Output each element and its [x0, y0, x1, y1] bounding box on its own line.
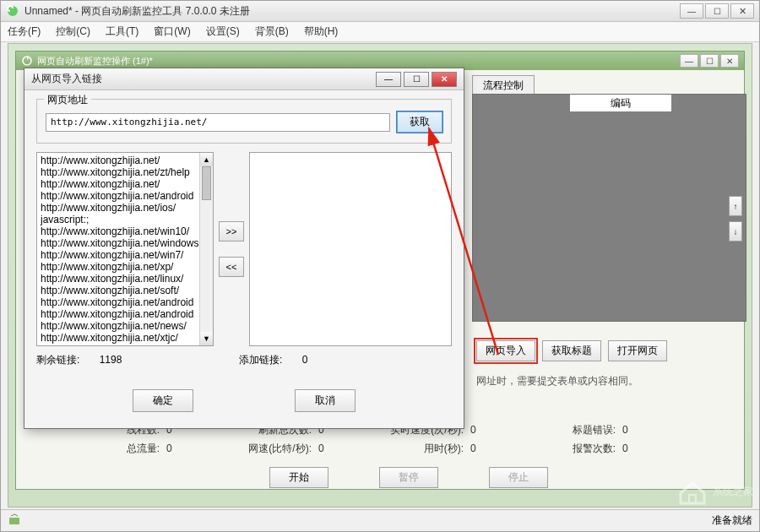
ok-button[interactable]: 确定	[133, 389, 193, 412]
stat-alarm-label: 报警次数:	[540, 442, 616, 456]
menu-task[interactable]: 任务(F)	[8, 24, 41, 39]
list-item[interactable]: http://www.xitongzhijia.net/zt/help	[41, 166, 209, 178]
menu-window[interactable]: 窗口(W)	[154, 24, 190, 39]
tab-row: 流程控制	[472, 75, 535, 94]
stat-traffic-label: 总流量:	[84, 442, 160, 456]
child-maximize-button[interactable]: ☐	[700, 54, 719, 68]
stat-title-error-label: 标题错误:	[540, 423, 616, 437]
dialog-buttons: 确定 取消	[36, 389, 452, 412]
scroll-down-button[interactable]: ↓	[729, 221, 742, 242]
dialog-window-buttons: — ☐ ✕	[376, 72, 457, 87]
child-minimize-button[interactable]: —	[680, 54, 698, 68]
cancel-button[interactable]: 取消	[295, 389, 356, 412]
transfer-buttons: >> <<	[219, 221, 244, 277]
dialog-close-button[interactable]: ✕	[432, 72, 457, 87]
source-links-listbox[interactable]: http://www.xitongzhijia.net/http://www.x…	[36, 152, 214, 346]
close-button[interactable]: ✕	[730, 3, 754, 19]
main-titlebar: Unnamed* - 网页自动刷新监控工具 7.0.0.0 未注册 — ☐ ✕	[1, 1, 759, 22]
svg-rect-2	[9, 518, 19, 524]
status-icon	[8, 513, 21, 529]
stat-title-error-val: 0	[622, 424, 628, 436]
minimize-button[interactable]: —	[680, 3, 703, 19]
maximize-button[interactable]: ☐	[705, 3, 729, 19]
lists-row: http://www.xitongzhijia.net/http://www.x…	[36, 152, 452, 346]
stats-row-2: 总流量:0 网速(比特/秒):0 用时(秒):0 报警次数:0	[84, 442, 692, 459]
dialog-maximize-button[interactable]: ☐	[404, 72, 429, 87]
list-item[interactable]: http://www.xitongzhijia.net/win10/	[41, 225, 209, 237]
menu-background[interactable]: 背景(B)	[255, 24, 289, 39]
list-item[interactable]: http://www.xitongzhijia.net/news/	[41, 320, 209, 332]
tab-flow-control[interactable]: 流程控制	[472, 75, 535, 94]
fetch-button[interactable]: 获取	[397, 111, 442, 133]
target-links-listbox[interactable]	[249, 152, 452, 346]
main-window-buttons: — ☐ ✕	[680, 3, 754, 19]
add-label: 添加链接:	[239, 354, 282, 366]
status-text: 准备就绪	[712, 513, 752, 528]
menu-control[interactable]: 控制(C)	[56, 24, 90, 39]
web-import-button[interactable]: 网页导入	[476, 340, 535, 361]
list-item[interactable]: http://www.xitongzhijia.net/win7/	[41, 249, 209, 261]
list-item[interactable]: http://www.xitongzhijia.net/android	[41, 190, 209, 202]
hint-text: 网址时，需要提交表单或内容相同。	[476, 374, 638, 388]
scroll-thumb[interactable]	[202, 166, 211, 200]
dialog-minimize-button[interactable]: —	[376, 72, 401, 87]
list-item[interactable]: http://www.xitongzhijia.net/xp/	[41, 261, 209, 273]
control-buttons: 开始 暂停 停止	[269, 467, 548, 488]
stat-time-label: 用时(秒):	[388, 442, 464, 456]
stat-netspeed-label: 网速(比特/秒):	[236, 442, 312, 456]
menu-settings[interactable]: 设置(S)	[206, 24, 240, 39]
list-item[interactable]: http://www.xitongzhijia.net/soft/	[41, 285, 209, 296]
url-input[interactable]	[46, 113, 390, 132]
move-right-button[interactable]: >>	[219, 221, 244, 242]
remain-count: 1198	[100, 354, 122, 366]
pause-button[interactable]: 暂停	[379, 467, 438, 488]
get-title-button[interactable]: 获取标题	[542, 340, 601, 361]
start-button[interactable]: 开始	[269, 467, 328, 488]
child-title: 网页自动刷新监控操作 (1#)*	[37, 55, 680, 68]
dialog-title: 从网页导入链接	[31, 72, 376, 86]
open-web-button[interactable]: 打开网页	[608, 340, 667, 361]
import-links-dialog: 从网页导入链接 — ☐ ✕ 网页地址 获取 http://www.xitongz…	[24, 68, 464, 429]
list-item[interactable]: http://www.xitongzhijia.net/xtjc/	[41, 344, 209, 346]
dialog-titlebar[interactable]: 从网页导入链接 — ☐ ✕	[24, 68, 464, 90]
remain-label: 剩余链接:	[36, 354, 79, 366]
scroll-up-icon[interactable]: ▲	[200, 153, 213, 166]
add-count: 0	[302, 354, 308, 366]
list-item[interactable]: http://www.xitongzhijia.net/	[41, 178, 209, 190]
stat-netspeed-val: 0	[318, 442, 324, 454]
child-close-button[interactable]: ✕	[720, 54, 739, 68]
list-item[interactable]: javascript:;	[41, 214, 209, 225]
stop-button[interactable]: 停止	[489, 467, 548, 488]
watermark-text: 系统之家	[713, 485, 753, 499]
stat-traffic-val: 0	[166, 442, 172, 454]
watermark: 系统之家	[677, 476, 753, 507]
scroll-up-button[interactable]: ↑	[729, 196, 742, 216]
list-item[interactable]: http://www.xitongzhijia.net/windows	[41, 237, 209, 249]
list-item[interactable]: http://www.xitongzhijia.net/	[41, 155, 209, 166]
dialog-body: 网页地址 获取 http://www.xitongzhijia.net/http…	[24, 90, 464, 421]
stat-time-val: 0	[470, 442, 476, 454]
listbox-scrollbar[interactable]: ▲ ▼	[199, 153, 213, 345]
refresh-icon	[21, 55, 33, 67]
action-buttons: 网页导入 获取标题 打开网页	[476, 340, 667, 361]
encoding-header: 编码	[570, 95, 671, 111]
url-group: 网页地址 获取	[36, 99, 452, 144]
list-item[interactable]: http://www.xitongzhijia.net/android	[41, 296, 209, 308]
list-item[interactable]: http://www.xitongzhijia.net/ios/	[41, 202, 209, 214]
preview-panel: 编码 ↑ ↓	[472, 94, 746, 322]
app-icon	[6, 4, 19, 18]
stat-alarm-val: 0	[622, 442, 628, 454]
main-title: Unnamed* - 网页自动刷新监控工具 7.0.0.0 未注册	[24, 4, 680, 19]
menu-tools[interactable]: 工具(T)	[106, 24, 138, 39]
child-window-buttons: — ☐ ✕	[680, 54, 739, 68]
menubar: 任务(F) 控制(C) 工具(T) 窗口(W) 设置(S) 背景(B) 帮助(H…	[1, 22, 759, 42]
stat-speed-val: 0	[470, 424, 476, 436]
statusbar: 准备就绪	[1, 509, 759, 531]
counts-row: 剩余链接: 1198 添加链接: 0	[36, 353, 452, 367]
list-item[interactable]: http://www.xitongzhijia.net/linux/	[41, 273, 209, 285]
scroll-down-icon[interactable]: ▼	[200, 332, 213, 345]
list-item[interactable]: http://www.xitongzhijia.net/android	[41, 308, 209, 320]
list-item[interactable]: http://www.xitongzhijia.net/xtjc/	[41, 332, 209, 344]
menu-help[interactable]: 帮助(H)	[304, 24, 339, 39]
move-left-button[interactable]: <<	[219, 257, 244, 277]
